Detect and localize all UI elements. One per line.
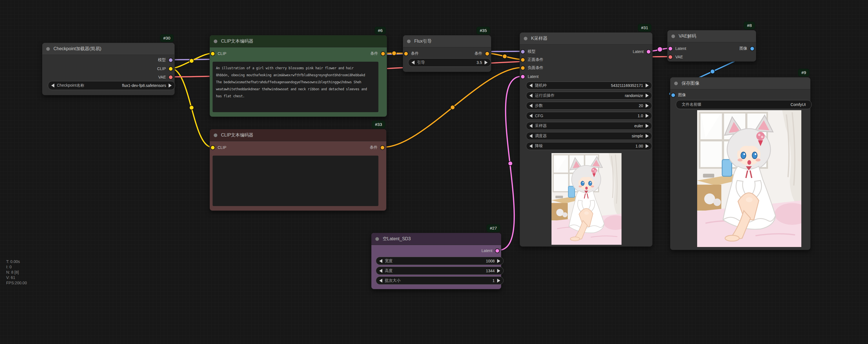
decrement-arrow-icon[interactable] (529, 134, 532, 138)
batch-size-widget[interactable]: 批次大小 1 (376, 277, 504, 285)
output-model: 模型 (158, 57, 173, 63)
link-dot-clip-negative[interactable] (189, 106, 194, 110)
link-dot-flux-positive[interactable] (502, 54, 507, 59)
comfyui-canvas[interactable]: { "stats": { "line1": "T: 0.00s", "line2… (0, 0, 868, 344)
steps-widget[interactable]: 步数 20 (526, 102, 652, 110)
node-header[interactable]: CLIP文本编码器 (210, 35, 387, 47)
node-header[interactable]: CLIP文本编码器 (210, 129, 386, 141)
denoise-widget[interactable]: 降噪 1.00 (526, 142, 652, 150)
collapse-dot-icon[interactable] (214, 134, 217, 137)
collapse-dot-icon[interactable] (407, 39, 411, 43)
seed-widget[interactable]: 随机种 543211169352171 (526, 82, 652, 89)
output-latent-dot[interactable] (495, 249, 500, 253)
input-negative: 负面条件 (520, 65, 544, 71)
input-clip-dot[interactable] (210, 145, 215, 150)
input-model-dot[interactable] (520, 49, 525, 54)
height-widget[interactable]: 高度 1344 (376, 267, 504, 275)
node-vae-decode[interactable]: #8 VAE解码 Latent VAE 图像 (667, 30, 756, 62)
output-conditioning: 条件 (370, 144, 385, 150)
width-widget[interactable]: 宽度 1008 (376, 257, 504, 265)
decrement-arrow-icon[interactable] (379, 279, 382, 283)
link-dot-latent-vae[interactable] (657, 47, 662, 52)
increment-arrow-icon[interactable] (646, 144, 649, 148)
increment-arrow-icon[interactable] (646, 104, 649, 108)
scheduler-widget[interactable]: 调度器 simple (526, 132, 652, 140)
decrement-arrow-icon[interactable] (379, 259, 382, 263)
link-dot-latent-ksampler[interactable] (508, 161, 513, 166)
node-header[interactable]: K采样器 (520, 32, 652, 45)
node-ksampler[interactable]: #31 K采样器 模型 正面条件 负面条件 Latent Latent 随机种 … (520, 32, 653, 247)
output-image-dot[interactable] (750, 46, 754, 51)
increment-arrow-icon[interactable] (646, 84, 649, 87)
decrement-arrow-icon[interactable] (529, 114, 532, 118)
increment-arrow-icon[interactable] (497, 269, 500, 273)
node-checkpoint-loader[interactable]: #30 Checkpoint加载器(简易) 模型 CLIP VAE Checkp… (42, 42, 175, 95)
node-save-image[interactable]: #9 保存图像 图像 文件名前缀 ComfyUI (670, 77, 811, 250)
prompt-textarea[interactable]: An illustration of a girl with cherry bl… (213, 62, 378, 112)
increment-arrow-icon[interactable] (497, 259, 500, 263)
input-latent-dot[interactable] (520, 74, 525, 79)
decrement-arrow-icon[interactable] (529, 144, 532, 148)
input-vae-dot[interactable] (668, 55, 673, 59)
output-vae-dot[interactable] (168, 75, 173, 80)
decrement-arrow-icon[interactable] (529, 84, 532, 87)
output-latent-dot[interactable] (646, 49, 651, 54)
increment-arrow-icon[interactable] (646, 134, 649, 138)
node-flux-guidance[interactable]: #35 Flux引导 条件 条件 引导 3.5 (403, 35, 491, 72)
increment-arrow-icon[interactable] (168, 84, 172, 87)
collapse-dot-icon[interactable] (46, 47, 50, 51)
output-conditioning-dot[interactable] (380, 145, 385, 150)
control-after-generate-widget[interactable]: 运行后操作 randomize (526, 92, 652, 99)
decrement-arrow-icon[interactable] (529, 94, 532, 97)
widget-label: 批次大小 (385, 278, 401, 283)
collapse-dot-icon[interactable] (674, 82, 678, 85)
input-image-dot[interactable] (671, 93, 676, 97)
node-header[interactable]: VAE解码 (668, 30, 756, 42)
input-positive-label: 正面条件 (528, 57, 544, 62)
decrement-arrow-icon[interactable] (411, 61, 414, 64)
collapse-dot-icon[interactable] (214, 39, 217, 43)
input-model-label: 模型 (528, 49, 535, 54)
decrement-arrow-icon[interactable] (379, 269, 382, 273)
input-negative-dot[interactable] (520, 66, 525, 70)
node-header[interactable]: Checkpoint加载器(简易) (42, 43, 175, 55)
increment-arrow-icon[interactable] (646, 124, 649, 128)
node-header[interactable]: Flux引导 (403, 35, 491, 47)
link-dot-cond-negative[interactable] (451, 105, 455, 110)
input-negative-label: 负面条件 (528, 65, 544, 70)
node-empty-latent-sd3[interactable]: #27 空Latent_SD3 Latent 宽度 1008 高度 1344 批… (371, 233, 501, 289)
filename-prefix-widget[interactable]: 文件名前缀 ComfyUI (676, 100, 812, 109)
node-clip-text-encode-negative[interactable]: #33 CLIP文本编码器 CLIP 条件 (210, 129, 386, 211)
cfg-widget[interactable]: CFG 1.0 (526, 112, 652, 120)
increment-arrow-icon[interactable] (646, 114, 649, 118)
link-dot-cond-flux[interactable] (392, 51, 396, 56)
output-conditioning-dot[interactable] (381, 51, 385, 56)
increment-arrow-icon[interactable] (646, 94, 649, 97)
output-model-dot[interactable] (168, 58, 173, 62)
checkpoint-name-widget[interactable]: Checkpoint名称 flux1-dev-fp8.safetensors (48, 81, 175, 90)
input-conditioning-dot[interactable] (404, 51, 408, 56)
prompt-textarea[interactable] (213, 155, 378, 206)
input-latent-dot[interactable] (668, 46, 673, 51)
node-clip-text-encode-positive[interactable]: #6 CLIP文本编码器 CLIP 条件 An illustration of … (210, 35, 387, 117)
collapse-dot-icon[interactable] (671, 34, 675, 38)
collapse-dot-icon[interactable] (524, 37, 527, 40)
guidance-widget[interactable]: 引导 3.5 (408, 58, 491, 67)
input-positive-dot[interactable] (520, 57, 525, 62)
output-latent: Latent (633, 49, 651, 55)
decrement-arrow-icon[interactable] (529, 124, 532, 128)
node-header[interactable]: 空Latent_SD3 (371, 233, 501, 245)
node-header[interactable]: 保存图像 (670, 77, 810, 89)
output-clip-dot[interactable] (168, 66, 173, 71)
link-dot-clip-positive[interactable] (189, 59, 194, 63)
collapse-dot-icon[interactable] (375, 237, 379, 241)
decrement-arrow-icon[interactable] (529, 104, 532, 108)
increment-arrow-icon[interactable] (497, 279, 500, 283)
decrement-arrow-icon[interactable] (51, 84, 54, 87)
input-clip-dot[interactable] (210, 51, 215, 56)
sampler-widget[interactable]: 采样器 euler (526, 122, 652, 130)
increment-arrow-icon[interactable] (485, 61, 488, 64)
output-conditioning-dot[interactable] (485, 51, 490, 56)
input-clip-label: CLIP (218, 51, 226, 56)
link-dot-image-save[interactable] (710, 69, 715, 74)
